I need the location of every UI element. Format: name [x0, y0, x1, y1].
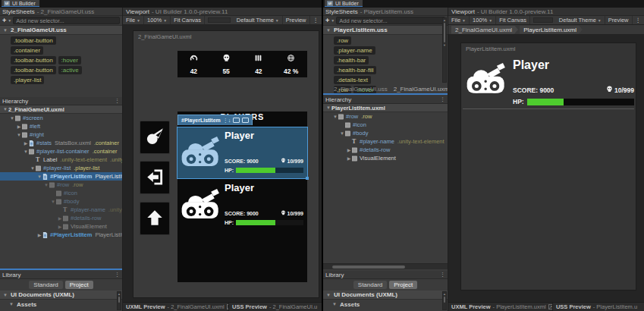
selector-chip[interactable]: .health-bar [334, 56, 369, 64]
breadcrumb-item[interactable]: 2_FinalGameUI.uxml [451, 26, 518, 34]
library-section-uxml[interactable]: ▼UI Documents (UXML) [0, 291, 122, 300]
toolbar-field[interactable] [533, 17, 553, 23]
add-selector-button[interactable]: + [2, 17, 6, 24]
kebab-menu-icon[interactable]: ⋮ [440, 272, 445, 278]
hierarchy-row[interactable]: ▼#body [0, 197, 122, 206]
foldout-right-icon[interactable]: ▶ [57, 224, 63, 229]
uss-root-row[interactable]: ▼ PlayerListItem.uss [323, 26, 448, 35]
hierarchy-row[interactable]: ▼#row.row [0, 181, 122, 189]
uss-selector-row[interactable]: .details-text [323, 75, 448, 85]
uss-selector-row[interactable]: .health-bar-fill [323, 65, 448, 75]
canvas-2finalgameui[interactable]: 2_FinalGameUI.uxml 42554242 % PLAYERS #P… [133, 30, 319, 298]
selection-resize-handle[interactable] [306, 177, 309, 180]
player-list-item[interactable]: PlayerSCORE: 900010/999HP: [177, 180, 307, 231]
move-handle-icon[interactable]: ⋮↓ [223, 118, 231, 124]
foldout-right-icon[interactable]: ▶ [346, 147, 352, 152]
kebab-menu-icon[interactable]: ⋮ [310, 16, 322, 24]
hierarchy-row[interactable]: ▼PlayerListItem.uxml [323, 104, 448, 112]
player-list-panel[interactable]: PLAYERS #PlayerListItem ⋮↓ PlayerSCORE: … [177, 112, 307, 282]
hierarchy-row[interactable]: ▶#details-row [323, 146, 448, 154]
library-tab-standard[interactable]: Standard [29, 281, 62, 289]
hierarchy-row-selected[interactable]: ▼#PlayerListItemPlayerListItem.u [0, 172, 122, 181]
selection-header[interactable]: #PlayerListItem ⋮↓ [177, 115, 253, 125]
foldout-down-icon[interactable]: ▼ [331, 302, 338, 306]
hierarchy-row[interactable]: ▼#body [323, 129, 448, 137]
fit-canvas-button[interactable]: Fit Canvas [496, 16, 530, 24]
zoom-select[interactable]: 100%▼ [144, 16, 171, 24]
uss-preview-label[interactable]: USS Preview [232, 303, 267, 310]
zoom-select[interactable]: 100%▼ [470, 16, 496, 24]
uss-selector-row[interactable]: .toolbar-button [0, 36, 122, 46]
foldout-down-icon[interactable]: ▼ [325, 293, 331, 297]
ui-builder-tab[interactable]: ui UI Builder [2, 0, 39, 7]
library-section-assets[interactable]: ▼Assets [0, 300, 122, 309]
preview-toggle[interactable]: Preview [283, 16, 310, 24]
add-selector-button[interactable]: + [325, 17, 329, 24]
add-selector-input[interactable] [13, 17, 120, 24]
foldout-down-icon[interactable]: ▼ [2, 293, 8, 297]
toolbar-field[interactable] [208, 17, 231, 23]
foldout-down-icon[interactable]: ▼ [2, 28, 8, 33]
foldout-down-icon[interactable]: ▼ [332, 115, 338, 119]
kebab-menu-icon[interactable]: ⋮ [633, 16, 644, 24]
foldout-down-icon[interactable]: ▼ [43, 183, 49, 187]
hierarchy-row[interactable]: ▶VisualElement [323, 154, 448, 162]
player-list-item[interactable]: Player SCORE: 9000 10/999 HP: [461, 55, 636, 110]
uss-root-row[interactable]: ▼ 2_FinalGameUI.uss [0, 26, 122, 35]
foldout-down-icon[interactable]: ▼ [36, 174, 42, 179]
hierarchy-row[interactable]: ▼#right [0, 130, 122, 139]
selector-chip[interactable]: .container [11, 46, 43, 55]
uss-selector-row[interactable]: .container [0, 46, 122, 55]
foldout-down-icon[interactable]: ▼ [8, 302, 14, 306]
foldout-down-icon[interactable]: ▼ [23, 149, 29, 154]
other-stylesheet-row[interactable]: 2_FinalGameUI.uss 2_FinalGameUI.uxml [323, 85, 448, 93]
foldout-down-icon[interactable]: ▼ [9, 116, 15, 121]
hierarchy-row[interactable]: ▼#player-list.player-list [0, 164, 122, 172]
open-instance-icon[interactable] [233, 118, 240, 123]
library-tab-standard[interactable]: Standard [353, 281, 387, 289]
library-tab-project[interactable]: Project [65, 281, 93, 289]
hierarchy-row[interactable]: ▼#row.row [323, 112, 448, 121]
kebab-menu-icon[interactable]: ⋮ [115, 272, 120, 278]
hierarchy-row[interactable]: T#player-name.unity-text-element.u [323, 137, 448, 146]
hierarchy-row[interactable]: ▶#details-row [0, 214, 122, 222]
foldout-down-icon[interactable]: ▼ [325, 28, 331, 33]
scrollbar-horizontal[interactable] [323, 263, 448, 269]
hierarchy-row[interactable]: ▶#PlayerListItemPlayerListItem.u [0, 231, 122, 239]
hierarchy-row[interactable]: TLabel.unity-text-element.unity- [0, 156, 122, 164]
chevron-down-icon[interactable]: ▼ [331, 18, 335, 23]
library-section-assets[interactable]: ▼Assets [323, 300, 448, 309]
canvas-playerlistitem[interactable]: PlayerListItem.uxml Player SCORE: 9000 1… [460, 42, 636, 291]
add-selector-input[interactable] [336, 17, 445, 24]
hierarchy-row[interactable]: T#player-name.unity-text- [0, 206, 122, 214]
uss-preview-label[interactable]: USS Preview [556, 303, 591, 310]
uss-selector-row[interactable]: .player-list [0, 75, 122, 85]
kebab-menu-icon[interactable]: ⋮ [440, 96, 445, 102]
scrollbar-vertical[interactable]: ▲ [117, 291, 121, 310]
kebab-menu-icon[interactable]: ⋮ [115, 98, 120, 104]
file-menu[interactable]: File▼ [123, 16, 144, 24]
foldout-down-icon[interactable]: ▼ [2, 107, 8, 112]
theme-select[interactable]: Default Theme▼ [556, 16, 605, 24]
foldout-down-icon[interactable]: ▼ [325, 105, 331, 110]
selector-chip[interactable]: .row [334, 36, 351, 45]
preview-toggle[interactable]: Preview [605, 16, 633, 24]
uxml-preview-label[interactable]: UXML Preview [126, 303, 165, 310]
hierarchy-row[interactable]: ▶#left [0, 122, 122, 130]
foldout-right-icon[interactable]: ▶ [346, 156, 352, 161]
hierarchy-row[interactable]: ▶#statsStatsBox.uxml.container [0, 139, 122, 147]
breadcrumb-item[interactable]: PlayerListItem.uxml [520, 26, 583, 34]
uxml-preview-label[interactable]: UXML Preview [451, 303, 491, 310]
hierarchy-row[interactable]: ▼#player-list-container.container [0, 147, 122, 156]
library-section-uxml[interactable]: ▼UI Documents (UXML) [323, 291, 448, 300]
foldout-down-icon[interactable]: ▼ [30, 166, 36, 171]
selector-chip[interactable]: .toolbar-button [11, 56, 56, 64]
selector-chip[interactable]: .player-name [334, 46, 375, 55]
foldout-right-icon[interactable]: ▶ [16, 124, 22, 129]
uss-selector-row[interactable]: .row [323, 36, 448, 46]
game-button-exit[interactable] [140, 161, 170, 194]
selector-chip[interactable]: .health-bar-fill [334, 66, 376, 74]
hierarchy-row[interactable]: #icon [323, 121, 448, 129]
scrollbar-vertical[interactable]: ▲▼ [442, 17, 447, 83]
ui-builder-tab[interactable]: ui UI Builder [325, 0, 363, 7]
